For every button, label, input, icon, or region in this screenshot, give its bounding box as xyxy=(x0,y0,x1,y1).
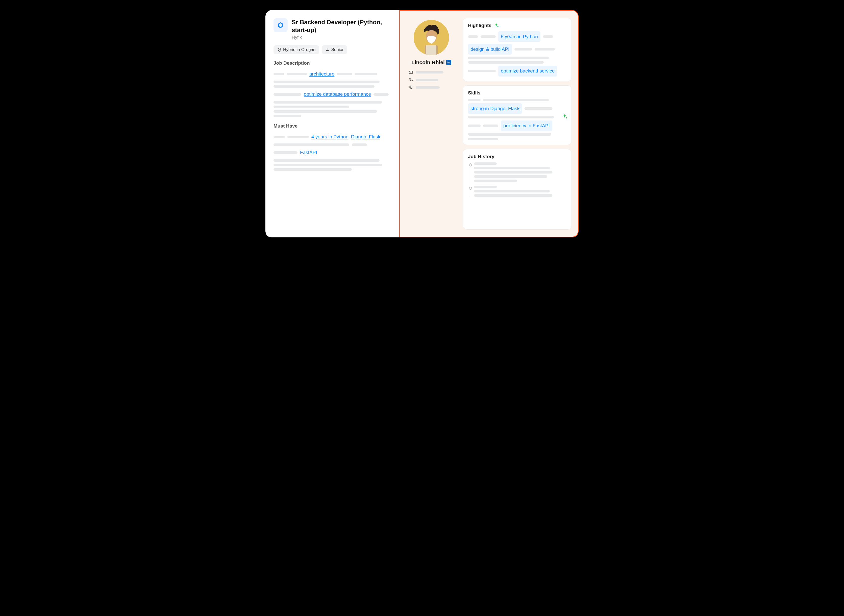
job-pill-row: Hybrid in Oregan Senior xyxy=(274,45,391,54)
job-title-block: Sr Backend Developer (Python, start-up) … xyxy=(292,18,391,40)
company-logo xyxy=(274,18,288,32)
highlights-body: 8 years in Python design & build API opt… xyxy=(468,31,566,76)
link-optimize-db[interactable]: optimize database performance xyxy=(304,89,371,99)
card-skills: Skills strong in Django, Flask proficien… xyxy=(463,85,572,145)
highlights-heading-label: Highlights xyxy=(468,23,491,28)
candidate-panel: Lincoln Rhiel in xyxy=(399,10,579,238)
timeline-item xyxy=(474,163,566,182)
chip-design-api: design & build API xyxy=(468,44,512,54)
job-header: Sr Backend Developer (Python, start-up) … xyxy=(274,18,391,40)
job-panel: Sr Backend Developer (Python, start-up) … xyxy=(265,10,399,238)
avatar-image xyxy=(414,20,449,55)
chip-optimize-backend: optimize backend service xyxy=(498,66,557,76)
svg-point-8 xyxy=(410,87,412,88)
must-have-body: 4 years in Python Django, Flask FastAPI xyxy=(274,132,391,171)
candidate-sidebar: Lincoln Rhiel in xyxy=(406,18,457,230)
phone-icon xyxy=(409,78,413,82)
linkedin-icon[interactable]: in xyxy=(446,60,451,65)
link-fastapi[interactable]: FastAPI xyxy=(300,148,317,157)
svg-point-0 xyxy=(279,49,280,50)
app-container: Sr Backend Developer (Python, start-up) … xyxy=(265,10,579,238)
contact-phone[interactable] xyxy=(409,78,454,82)
card-job-history-heading: Job History xyxy=(468,154,566,159)
job-history-timeline xyxy=(468,163,566,197)
card-job-history: Job History xyxy=(463,149,572,230)
sparkle-icon xyxy=(494,23,499,28)
link-years-python[interactable]: 4 years in Python xyxy=(311,132,349,141)
timeline-item xyxy=(474,186,566,197)
contact-list xyxy=(406,70,457,89)
avatar xyxy=(414,20,449,55)
hexagon-icon xyxy=(277,22,284,29)
svg-point-1 xyxy=(328,49,328,50)
pill-location[interactable]: Hybrid in Oregan xyxy=(274,45,319,54)
skills-body: strong in Django, Flask proficiency in F… xyxy=(468,99,566,140)
job-title: Sr Backend Developer (Python, start-up) xyxy=(292,18,391,34)
contact-email[interactable] xyxy=(409,70,454,75)
link-architecture[interactable]: architecture xyxy=(309,69,334,79)
pill-level[interactable]: Senior xyxy=(322,45,347,54)
job-description-body: architecture optimize database performan… xyxy=(274,69,391,117)
candidate-name: Lincoln Rhiel xyxy=(412,59,445,65)
svg-rect-6 xyxy=(426,45,437,55)
card-highlights: Highlights 8 years in Python design & bu… xyxy=(463,18,572,81)
candidate-name-row: Lincoln Rhiel in xyxy=(412,59,451,65)
chip-years-python: 8 years in Python xyxy=(498,31,541,42)
section-heading-musthave: Must Have xyxy=(274,123,391,129)
card-skills-heading: Skills xyxy=(468,90,566,96)
contact-location[interactable] xyxy=(409,85,454,89)
candidate-cards: Highlights 8 years in Python design & bu… xyxy=(463,18,572,230)
mail-icon xyxy=(409,70,413,75)
svg-point-2 xyxy=(327,50,327,51)
card-highlights-heading: Highlights xyxy=(468,23,566,28)
map-pin-icon xyxy=(409,85,413,89)
chip-django-flask: strong in Django, Flask xyxy=(468,103,522,114)
section-heading-description: Job Description xyxy=(274,60,391,66)
pill-location-label: Hybrid in Oregan xyxy=(283,47,316,52)
sliders-icon xyxy=(325,47,330,52)
link-django-flask[interactable]: Django, Flask xyxy=(351,132,380,141)
sparkle-icon xyxy=(561,113,568,120)
map-pin-icon xyxy=(277,47,281,52)
pill-level-label: Senior xyxy=(331,47,344,52)
chip-fastapi: proficiency in FastAPI xyxy=(501,120,552,131)
company-name: Hyfix xyxy=(292,35,391,40)
